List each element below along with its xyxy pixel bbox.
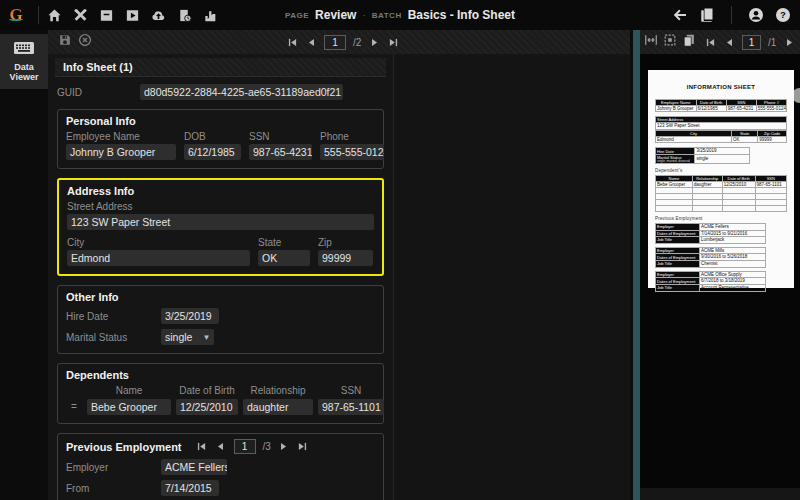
record-number-input[interactable]: 1 <box>234 439 256 454</box>
next-record-button[interactable] <box>278 441 290 453</box>
document-page[interactable]: INFORMATION SHEET Employee Name Date of … <box>648 70 794 288</box>
from-field[interactable]: 7/14/2015 <box>161 480 219 496</box>
doc-employment-table-3: EmployerACME Office Supply Dates of Empl… <box>655 271 766 292</box>
phone-field[interactable]: 555-555-0124 <box>320 144 384 160</box>
first-page-button[interactable] <box>286 36 298 48</box>
doc-employment-table-1: EmployerACME Fellers Dates of Employment… <box>655 223 766 244</box>
doc-cell: Chemist <box>699 261 765 268</box>
preview-prev-page-button[interactable] <box>723 36 735 48</box>
viewer-toolbar: 1 /2 <box>48 30 630 54</box>
first-record-button[interactable] <box>196 441 208 453</box>
prev-record-button[interactable] <box>215 441 227 453</box>
row-drag-handle[interactable]: = <box>66 403 82 411</box>
archive-box-icon[interactable] <box>97 6 115 24</box>
batch-process-icon[interactable] <box>123 6 141 24</box>
pages-icon[interactable] <box>682 33 696 51</box>
dob-label: DOB <box>184 131 241 142</box>
help-icon[interactable]: ? <box>774 6 792 24</box>
last-page-button[interactable] <box>387 36 399 48</box>
form-column: Info Sheet (1) GUID d80d5922-2884-4225-a… <box>48 54 393 500</box>
ssn-label: SSN <box>249 131 312 142</box>
grooper-logo[interactable]: G <box>0 6 32 24</box>
doc-cell: 987-65-1101 <box>755 181 786 188</box>
dependents-group: Dependents Name Date of Birth Relationsh… <box>57 363 384 424</box>
doc-cell: 6/12/1985 <box>696 105 726 112</box>
sheet-pager: 1 /2 <box>286 35 399 50</box>
doc-th: Relationship <box>692 175 722 181</box>
doc-address-table: Street Address 123 SW Paper Street <box>655 116 787 130</box>
doc-label-cell: Job Title <box>656 237 700 244</box>
breadcrumb-dot: · <box>362 10 365 21</box>
doc-label-cell: Job Title <box>656 284 700 291</box>
last-record-button[interactable] <box>297 441 309 453</box>
dependent-name-field[interactable]: Bebe Grooper <box>87 399 171 415</box>
doc-prev-emp-title: Previous Employment <box>655 216 787 222</box>
home-icon[interactable] <box>45 6 63 24</box>
panel-splitter[interactable] <box>630 30 640 500</box>
user-account-icon[interactable] <box>747 6 765 24</box>
preview-canvas[interactable]: INFORMATION SHEET Employee Name Date of … <box>640 54 800 488</box>
doc-label-cell: Job Title <box>656 261 700 268</box>
divider <box>731 6 732 24</box>
personal-info-group: Personal Info Employee Name Johnny B Gro… <box>57 109 384 169</box>
document-type-header[interactable]: Info Sheet (1) <box>55 58 386 77</box>
preview-next-page-button[interactable] <box>783 36 795 48</box>
state-field[interactable]: OK <box>258 250 310 266</box>
doc-title: INFORMATION SHEET <box>655 84 787 92</box>
dependent-dob-field[interactable]: 12/25/2010 <box>176 399 238 415</box>
employer-label: Employer <box>66 462 161 473</box>
address-info-title: Address Info <box>67 185 374 197</box>
logo-g: G <box>9 6 22 24</box>
employer-field[interactable]: ACME Fellers <box>161 459 227 475</box>
doc-cell: 7/14/2015 to 9/21/2016 <box>699 230 765 237</box>
prev-page-button[interactable] <box>305 36 317 48</box>
phone-label: Phone <box>320 131 384 142</box>
dependent-ssn-field[interactable]: 987-65-1101 <box>318 399 384 415</box>
marital-status-value: single <box>165 331 192 343</box>
app-window: G <box>0 0 800 500</box>
close-icon[interactable] <box>78 33 92 51</box>
from-label: From <box>66 483 161 494</box>
marital-status-select[interactable]: single ▼ <box>161 329 214 345</box>
page-number-input[interactable]: 1 <box>324 35 346 50</box>
region-select-icon[interactable] <box>663 33 677 51</box>
doc-cell: 12/25/2010 <box>722 181 755 188</box>
other-info-group: Other Info Hire Date 3/25/2019 Marital S… <box>57 285 384 354</box>
ssn-field[interactable]: 987-65-4231 <box>249 144 312 160</box>
preview-page-input[interactable]: 1 <box>742 35 761 50</box>
next-page-button[interactable] <box>368 36 380 48</box>
logo-swoosh <box>9 17 23 21</box>
dob-field[interactable]: 6/12/1985 <box>184 144 241 160</box>
preview-first-page-button[interactable] <box>704 36 716 48</box>
hire-date-label: Hire Date <box>66 311 161 322</box>
dependents-title: Dependents <box>66 369 375 381</box>
doc-dependents-table: Name Relationship Date of Birth SSN Bebe… <box>655 175 787 213</box>
back-arrow-icon[interactable] <box>671 6 689 24</box>
book-icon[interactable] <box>698 6 716 24</box>
page-label: PAGE <box>285 11 309 20</box>
guid-field[interactable]: d80d5922-2884-4225-ae65-31189aed0f21 <box>140 84 343 100</box>
save-icon[interactable] <box>58 33 72 51</box>
tools-icon[interactable] <box>71 6 89 24</box>
city-field[interactable]: Edmond <box>67 250 250 266</box>
doc-cell: 3/25/2019 <box>695 148 750 155</box>
street-address-field[interactable]: 123 SW Paper Street <box>67 214 374 230</box>
chevron-down-icon: ▼ <box>202 333 210 342</box>
tasks-clock-icon[interactable] <box>175 6 193 24</box>
dependent-relationship-field[interactable]: daughter <box>243 399 313 415</box>
sidebar-item-data-viewer[interactable]: Data Viewer <box>0 34 48 89</box>
page-value: Review <box>315 8 356 22</box>
left-sidebar: Data Viewer <box>0 30 48 500</box>
zip-field[interactable]: 99999 <box>318 250 373 266</box>
doc-cell: 555-555-0124 <box>756 105 786 112</box>
employee-name-field[interactable]: Johnny B Grooper <box>66 144 176 160</box>
hire-date-field[interactable]: 3/25/2019 <box>161 308 219 324</box>
marital-status-label: Marital Status <box>66 332 161 343</box>
empty-form-area <box>394 54 630 500</box>
stats-chart-icon[interactable] <box>201 6 219 24</box>
doc-cell: Edmond <box>656 136 732 143</box>
cloud-upload-icon[interactable] <box>149 6 167 24</box>
doc-label-cell: Dates of Employment <box>656 230 700 237</box>
fit-width-icon[interactable] <box>644 33 658 51</box>
other-info-title: Other Info <box>66 291 375 303</box>
